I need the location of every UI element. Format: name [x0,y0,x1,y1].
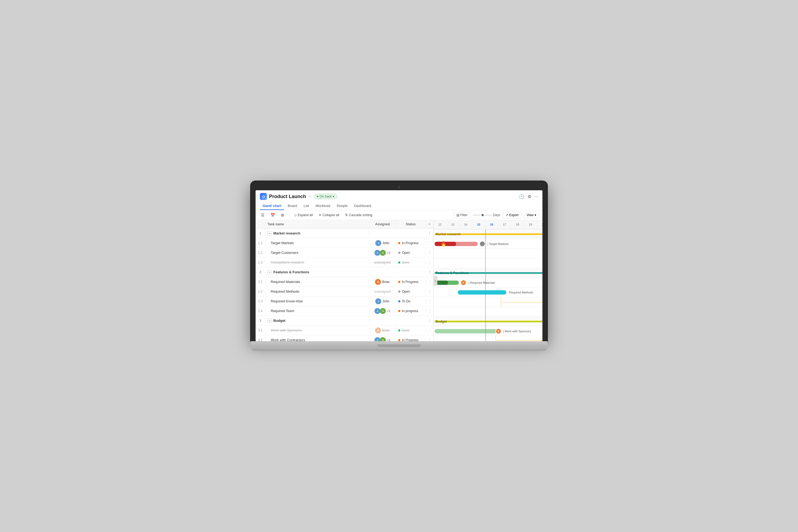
assignee-name: Brian [382,328,390,332]
row-menu-icon[interactable]: ⋮ [426,338,433,341]
grid-icon: ⊞ [281,213,284,217]
table-row: 1.3 Competitors research unassigned Done [256,258,433,267]
dep-v [496,336,496,341]
status-text: In Progress [402,338,419,341]
tab-workload[interactable]: Workload [313,202,333,210]
view-list-button[interactable]: ☰ [259,212,267,218]
fire-emoji: 🔥 [441,241,446,247]
row-menu-icon[interactable]: ⋮ [426,270,433,274]
history-icon[interactable]: 🕐 [519,194,524,199]
collapse-all-button[interactable]: ✕ Collapse all [316,212,341,218]
tab-list[interactable]: List [301,202,312,210]
settings-icon[interactable]: ⚙ [527,194,531,199]
assignee-name: unassigned [374,261,391,264]
task-name: Required Team [271,309,294,313]
avatar: A [380,250,386,256]
expand-all-button[interactable]: ◇ Expand all [292,212,315,218]
view-grid-button[interactable]: ⊞ [279,212,286,218]
row-name-cell: Work with Contractors [265,337,369,341]
status-text: In Progress [402,280,419,284]
more-options-icon[interactable]: ··· [535,194,538,199]
task-name: Competitors research [271,260,304,264]
laptop-base [251,341,547,347]
filter-button[interactable]: ▤ Filter [453,212,471,218]
date-15: 15 [472,220,485,229]
nav-tabs: Gantt chart Board List Workload People D… [260,202,538,210]
row-menu-icon[interactable]: ⋮ [426,280,433,284]
tab-dashboard[interactable]: Dashboard [351,202,374,210]
gantt-group-bar [434,321,542,322]
row-menu-icon[interactable]: ⋮ [426,289,433,294]
row-status-cell: In Progress [396,240,426,246]
row-number: 2.1 [256,279,265,285]
gantt-row-market-research: Market research Today [433,229,542,239]
date-18: 18 [511,220,524,229]
row-menu-icon[interactable]: ⋮ [426,231,433,235]
row-status-cell [396,320,426,322]
task-name: Budget [273,319,285,323]
group-collapse-icon[interactable]: − [267,231,272,235]
gantt-inner: 12 13 14 15 16 17 18 19 20 21 22 [433,220,542,341]
avatar: J [374,250,381,256]
sort-icon: ⇅ [345,213,348,217]
row-number: 1.3 [256,260,265,265]
gantt-row-target-markets: 🔥 | Target Markets [433,239,542,249]
assignee-name: John [382,299,389,303]
assignee-avatar-gantt: B [496,328,501,334]
status-indicator [398,281,400,283]
collapse-icon: ✕ [319,213,321,217]
task-name: Market research [273,231,300,235]
row-menu-icon[interactable]: ⋮ [426,299,433,303]
header-right: 🕐 ⚙ ··· [519,194,538,199]
gantt-scroll-handle[interactable]: ‹ [433,276,437,286]
gantt-row-work-sponsors: B | Work with Sponsors [433,326,542,336]
camera [398,186,400,189]
app-logo: ◇ [260,193,267,200]
tab-board[interactable]: Board [285,202,300,210]
logo-icon: ◇ [262,194,265,198]
row-assigned-cell: J A +2 [369,336,396,341]
row-number: 1 [256,230,265,236]
screen-bezel: ◇ Product Launch ☆ On track ▾ 🕐 ⚙ ··· [251,181,547,341]
col-header-status: Status [396,220,426,228]
row-status-cell: In Progress [396,337,426,341]
chevron-down-icon: ▾ [333,195,334,198]
view-calendar-button[interactable]: 📅 [268,212,277,218]
table-row: 2.1 Required Materials B Brian In Progre… [256,277,433,287]
task-name: Features & Functions [273,270,309,274]
row-assigned-cell: J A +2 [369,249,396,257]
row-menu-icon[interactable]: ⋮ [426,260,433,265]
tab-gantt-chart[interactable]: Gantt chart [260,202,284,210]
task-name: Required Materials [271,280,300,284]
date-17: 17 [498,220,511,229]
task-name: Target Customers [271,251,298,255]
gantt-row-know-how [433,297,542,307]
view-button[interactable]: View ▾ [523,212,539,218]
row-status-cell: Open [396,289,426,294]
gantt-date-header: 12 13 14 15 16 17 18 19 20 21 22 [433,220,542,229]
days-label: Days [493,213,500,217]
export-button[interactable]: ↗ Export [502,212,522,218]
table-row: 3.2 Work with Contractors J A +2 [256,335,433,341]
status-badge[interactable]: On track ▾ [314,194,337,199]
row-name-cell: Required Methods [265,288,369,294]
group-collapse-icon[interactable]: − [267,319,272,323]
dep-horizontal [501,302,542,302]
row-name-cell: − Features & Functions [265,269,369,276]
row-menu-icon[interactable]: ⋮ [426,251,433,255]
star-icon[interactable]: ☆ [308,194,312,198]
date-13: 13 [446,220,459,229]
gantt-row-required-materials: B | Required Materials [433,278,542,288]
group-collapse-icon[interactable]: − [267,270,272,274]
row-menu-icon[interactable]: ⋮ [426,309,433,313]
row-menu-icon[interactable]: ⋮ [426,328,433,332]
row-status-cell [396,232,426,234]
row-menu-icon[interactable]: ⋮ [426,319,433,323]
gantt-task-label: | Work with Sponsors [503,329,531,333]
row-status-cell: Open [396,250,426,256]
tab-people[interactable]: People [334,202,350,210]
add-column-button[interactable]: + [426,220,433,228]
row-menu-icon[interactable]: ⋮ [426,241,433,245]
cascade-sorting-button[interactable]: ⇅ Cascade sorting [343,212,374,218]
row-number: 2.4 [256,308,265,314]
